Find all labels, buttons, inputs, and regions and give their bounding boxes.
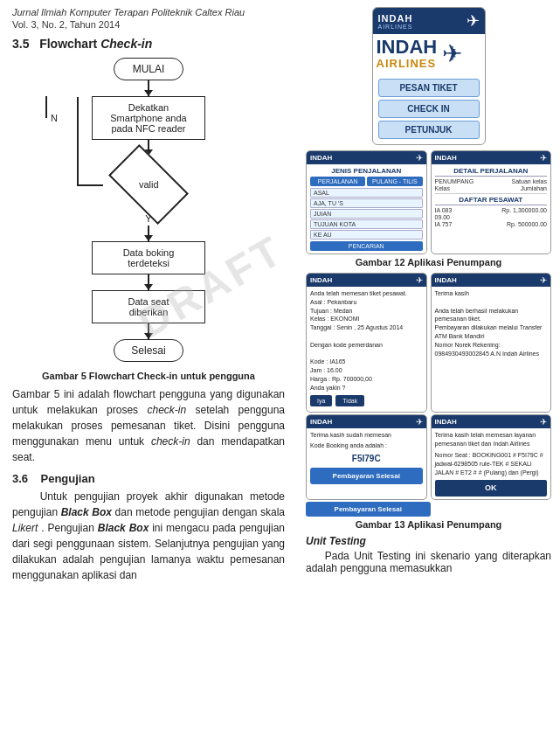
- detail-phone: INDAH ✈ DETAIL PERJALANAN PENUMPANGSatua…: [431, 150, 552, 254]
- confirm-indah-right: INDAH: [435, 276, 457, 284]
- plane-icon-confirm2-right: ✈: [540, 417, 547, 427]
- keau-field: KE AU: [310, 230, 423, 240]
- fc-arrow3: [148, 226, 149, 241]
- empty-right: [434, 502, 552, 517]
- section-36-title: 3.6 Pengujian: [12, 472, 285, 485]
- pembayaran-selesai-bottom[interactable]: Pembayaran Selesai: [306, 502, 431, 517]
- confirm2-left-header: INDAH ✈: [307, 415, 426, 428]
- plane-big-icon: ✈: [442, 40, 462, 67]
- unit-testing-title: Unit Testing: [306, 535, 551, 547]
- ok-btn[interactable]: OK: [435, 480, 548, 497]
- detail-body: DETAIL PERJALANAN PENUMPANGSatuan kelas …: [432, 164, 551, 231]
- tujuan-field: TUJUAN KOTA: [310, 219, 423, 229]
- figure5-desc: Gambar 5 ini adalah flowchart pengguna y…: [12, 386, 285, 465]
- confirm-yn-btns: Iya Tidak: [310, 395, 423, 407]
- daftar-row2: 09.00: [435, 214, 548, 220]
- confirm-right-header: INDAH ✈: [432, 274, 551, 287]
- plane-icon-detail: ✈: [540, 153, 547, 163]
- perjalanan-btn[interactable]: PERJALANAN: [310, 177, 365, 186]
- confirm2-right-header: INDAH ✈: [432, 415, 551, 428]
- daftar-row1: IA 083Rp. 1,300000.00: [435, 207, 548, 213]
- flowchart: MULAI Dekatkan Smartphone anda pada NFC …: [52, 58, 245, 362]
- fc-n-arrow-h: [77, 184, 103, 186]
- phone-main-menu: INDAH AIRLINES ✈ INDAH AIRLINES ✈ PESAN …: [306, 7, 551, 145]
- journal-title: Jurnal Ilmiah Komputer Terapan Politekni…: [12, 7, 285, 17]
- petunjuk-btn[interactable]: PETUNJUK: [378, 121, 480, 139]
- fc-n-arrow-v: [77, 97, 79, 184]
- fc-start: MULAI: [114, 58, 183, 80]
- double-phone-row1: INDAH ✈ JENIS PENJALANAN PERJALANAN PULA…: [306, 150, 551, 254]
- confirm-left-phone: INDAH ✈ Anda telah memesan tiket pesawat…: [306, 273, 427, 413]
- ajatu-field: AJA, TU 'S: [310, 198, 423, 208]
- plane-icon-confirm-left: ✈: [416, 275, 423, 285]
- jenis-header: INDAH ✈: [307, 151, 426, 164]
- iya-btn[interactable]: Iya: [310, 395, 332, 407]
- confirm2-indah-left: INDAH: [310, 418, 332, 426]
- confirm2-left-phone: INDAH ✈ Terima kasih sudah memesan Kode …: [306, 414, 427, 500]
- big-airlines: AIRLINES: [377, 57, 438, 70]
- detail-info: KelasJumlahan: [435, 185, 548, 191]
- jenis-title: JENIS PENJALANAN: [310, 167, 423, 175]
- detail-sep: [435, 193, 548, 194]
- confirm2-terima: Terima kasih sudah memesan: [310, 431, 423, 440]
- confirm-right-body: Terima kasih Anda telah berhasil melakuk…: [432, 287, 551, 362]
- fc-arrow4: [148, 274, 149, 290]
- daftar-row3: IA 757Rp. 500000.00: [435, 221, 548, 227]
- airline-sub: AIRLINES: [378, 24, 413, 30]
- confirm-left-body: Anda telah memesan tiket pesawat. Asal :…: [307, 287, 426, 412]
- confirm-right-text: Terima kasih Anda telah berhasil melakuk…: [435, 289, 548, 358]
- pulang-btn[interactable]: PULANG - TILIS: [367, 177, 422, 186]
- unit-testing-desc: Pada Unit Testing ini skenario yang dite…: [306, 550, 551, 574]
- confirm-phone-row2: INDAH ✈ Terima kasih sudah memesan Kode …: [306, 414, 551, 500]
- detail-header: INDAH ✈: [432, 151, 551, 164]
- confirm2-right-text: Terima kasih telah memesan layanan pemes…: [435, 431, 548, 448]
- airline-name: INDAH: [378, 13, 413, 24]
- big-indah: INDAH: [377, 38, 438, 57]
- detail-title: DETAIL PERJALANAN: [435, 167, 548, 177]
- pencarian-btn[interactable]: PENCARIAN: [310, 241, 423, 251]
- detail-penumpang: PENUMPANGSatuan kelas: [435, 178, 548, 184]
- daftar-title: DAFTAR PESAWAT: [435, 196, 548, 205]
- jenis-btns: PERJALANAN PULANG - TILIS: [310, 177, 423, 186]
- confirm-left-header: INDAH ✈: [307, 274, 426, 287]
- figure13-caption: Gambar 13 Aplikasi Penumpang: [306, 519, 551, 530]
- confirm-indah-left: INDAH: [310, 276, 332, 284]
- fc-end: Selesai: [114, 339, 183, 362]
- section36-desc: Untuk pengujian proyek akhir digunakan m…: [12, 489, 285, 583]
- confirm2-right-body: Terima kasih telah memesan layanan pemes…: [432, 428, 551, 499]
- pesan-tiket-btn[interactable]: PESAN TIKET: [378, 79, 480, 97]
- tidak-btn[interactable]: Tidak: [335, 395, 364, 407]
- jenis-body: JENIS PENJALANAN PERJALANAN PULANG - TIL…: [307, 164, 426, 253]
- plane-icon-jenis: ✈: [416, 153, 423, 163]
- figure12-caption: Gambar 12 Aplikasi Penumpang: [306, 257, 551, 267]
- unit-testing-section: Unit Testing Pada Unit Testing ini skena…: [306, 535, 551, 574]
- confirm2-left-body: Terima kasih sudah memesan Kode Booking …: [307, 428, 426, 487]
- confirm2-indah-right: INDAH: [435, 418, 457, 426]
- fc-step2: Data boking terdeteksi: [92, 241, 205, 274]
- asal-field: ASAL: [310, 188, 423, 198]
- check-in-btn[interactable]: CHECK IN: [378, 100, 480, 118]
- confirm2-nomor: Nomor Seat : BOOKING001 # F5I79C # jadwa…: [435, 451, 548, 476]
- fc-arrow1: [148, 80, 149, 96]
- fc-decision: valid: [108, 144, 189, 225]
- confirm2-kode-label: Kode Booking anda adalah :: [310, 441, 423, 450]
- plane-icon-main: ✈: [467, 11, 480, 31]
- confirm-left-text: Anda telah memesan tiket pesawat. Asal :…: [310, 289, 423, 392]
- section-36: 3.6 Pengujian Untuk pengujian proyek akh…: [12, 472, 285, 583]
- juian-field: JUIAN: [310, 209, 423, 219]
- bottom-btn-row: Pembayaran Selesai: [306, 502, 551, 517]
- confirm-phone-row1: INDAH ✈ Anda telah memesan tiket pesawat…: [306, 273, 551, 413]
- confirm-right-phone: INDAH ✈ Terima kasih Anda telah berhasil…: [431, 273, 552, 413]
- journal-vol: Vol. 3, No. 2, Tahun 2014: [12, 19, 285, 30]
- section-35-title: 3.5 Flowchart Check-in: [12, 37, 285, 51]
- fc-step1: Dekatkan Smartphone anda pada NFC reader: [92, 96, 205, 140]
- plane-icon-confirm-right: ✈: [540, 275, 547, 285]
- airline-logo-main: INDAH AIRLINES: [378, 13, 413, 30]
- fc-step3: Data seat diberikan: [92, 290, 205, 323]
- plane-icon-confirm2-left: ✈: [416, 417, 423, 427]
- confirm2-kode-value: F5I79C: [310, 453, 423, 465]
- jenis-phone: INDAH ✈ JENIS PENJALANAN PERJALANAN PULA…: [306, 150, 427, 254]
- figure5-caption: Gambar 5 Flowchart Check-in untuk penggu…: [12, 371, 285, 381]
- confirm2-right-phone: INDAH ✈ Terima kasih telah memesan layan…: [431, 414, 552, 500]
- pembayaran-selesai-btn-left[interactable]: Pembayaran Selesai: [310, 468, 423, 484]
